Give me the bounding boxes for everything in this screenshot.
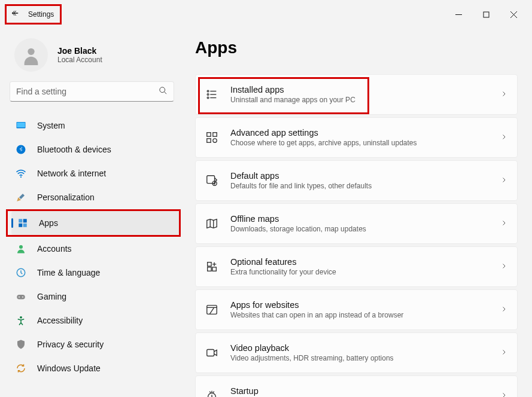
card-title: Offline maps [230,214,488,224]
card-video-playback[interactable]: Video playback Video adjustments, HDR st… [195,332,518,373]
sidebar-item-accessibility[interactable]: Accessibility [10,309,186,332]
accessibility-icon [16,315,26,326]
startup-icon [205,389,218,397]
sidebar-item-network[interactable]: Network & internet [10,161,186,185]
sidebar-item-label: Accessibility [37,316,83,325]
time-language-icon [16,267,26,278]
sidebar-item-personalization[interactable]: Personalization [10,185,186,209]
sidebar-item-label: Windows Update [37,364,101,373]
avatar-icon [14,38,48,72]
chevron-right-icon [500,390,507,397]
chevron-right-icon [500,261,507,272]
bluetooth-icon [16,144,26,155]
gaming-icon [16,291,26,302]
svg-rect-33 [208,262,211,266]
svg-rect-34 [208,267,211,271]
advanced-app-icon [205,131,218,144]
card-title: Optional features [230,257,488,267]
card-title: Installed apps [230,85,488,94]
installed-apps-icon [205,88,218,101]
sidebar-item-label: Accounts [37,244,72,254]
page-title: Apps [195,38,518,57]
card-apps-for-websites[interactable]: Apps for websites Websites that can open… [195,289,518,330]
chevron-right-icon [500,347,507,358]
sidebar-item-label: Network & internet [37,169,106,178]
svg-rect-36 [207,306,217,314]
video-playback-icon [205,346,218,359]
sidebar-item-windows-update[interactable]: Windows Update [10,356,186,380]
svg-rect-27 [207,133,211,136]
window-title: Settings [28,10,54,19]
svg-rect-29 [207,139,211,142]
personalization-icon [16,192,26,203]
svg-rect-12 [23,219,27,222]
card-startup[interactable]: Startup Apps that start automatically wh… [195,375,518,397]
svg-rect-31 [207,176,215,184]
sidebar-item-label: Bluetooth & devices [37,145,111,154]
card-offline-maps[interactable]: Offline maps Downloads, storage location… [195,203,518,244]
back-icon[interactable] [10,8,20,20]
card-installed-apps[interactable]: Installed apps Uninstall and manage apps… [195,74,518,115]
card-advanced-app-settings[interactable]: Advanced app settings Choose where to ge… [195,117,518,158]
close-button[interactable] [500,5,527,24]
chevron-right-icon [500,89,507,100]
optional-features-icon [205,260,218,273]
svg-point-23 [207,94,209,96]
sidebar-item-label: System [37,121,65,130]
svg-rect-37 [207,350,214,356]
chevron-right-icon [500,132,507,143]
network-icon [16,168,26,179]
svg-point-10 [20,176,22,178]
chevron-right-icon [500,304,507,315]
sidebar-apps-highlight: Apps [6,209,181,237]
card-desc: Uninstall and manage apps on your PC [230,96,488,104]
sidebar-item-accounts[interactable]: Accounts [10,237,186,261]
svg-point-20 [20,316,22,319]
search-field[interactable] [16,87,159,96]
system-icon [16,120,26,131]
card-desc: Downloads, storage location, map updates [230,225,488,233]
titlebar-highlight: Settings [5,4,62,25]
windows-update-icon [16,363,26,374]
svg-rect-28 [213,133,217,136]
svg-rect-11 [19,219,22,222]
accounts-icon [16,243,26,254]
sidebar-item-apps[interactable]: Apps [11,211,179,235]
sidebar-item-privacy[interactable]: Privacy & security [10,332,186,356]
sidebar: Joe Black Local Account System Bluetooth… [0,29,186,397]
card-desc: Defaults for file and link types, other … [230,182,488,190]
profile-name: Joe Black [57,46,102,56]
sidebar-item-gaming[interactable]: Gaming [10,285,186,309]
sidebar-item-label: Gaming [37,292,66,301]
nav: System Bluetooth & devices Network & int… [10,114,186,380]
svg-rect-35 [212,267,216,271]
svg-rect-8 [17,123,25,127]
maximize-button[interactable] [472,5,500,24]
card-title: Default apps [230,171,488,181]
svg-point-25 [207,97,209,99]
card-title: Video playback [230,343,488,353]
profile-text: Joe Black Local Account [57,46,102,64]
minimize-button[interactable] [445,5,472,24]
default-apps-icon [205,174,218,187]
card-desc: Extra functionality for your device [230,268,488,276]
search-input[interactable] [10,81,174,102]
svg-line-6 [164,91,166,94]
card-desc: Choose where to get apps, archive apps, … [230,139,488,147]
svg-point-18 [19,297,20,298]
sidebar-item-label: Time & language [37,268,100,277]
sidebar-item-time-language[interactable]: Time & language [10,261,186,285]
card-desc: Websites that can open in an app instead… [230,311,488,319]
svg-point-4 [28,48,34,55]
card-desc: Video adjustments, HDR streaming, batter… [230,354,488,362]
card-title: Apps for websites [230,300,488,310]
offline-maps-icon [205,217,218,230]
profile[interactable]: Joe Black Local Account [10,33,186,81]
sidebar-item-bluetooth[interactable]: Bluetooth & devices [10,138,186,161]
titlebar: Settings [0,0,532,29]
cards: Installed apps Uninstall and manage apps… [195,74,518,397]
search-icon [159,86,168,97]
card-default-apps[interactable]: Default apps Defaults for file and link … [195,160,518,201]
card-optional-features[interactable]: Optional features Extra functionality fo… [195,246,518,287]
sidebar-item-system[interactable]: System [10,114,186,138]
